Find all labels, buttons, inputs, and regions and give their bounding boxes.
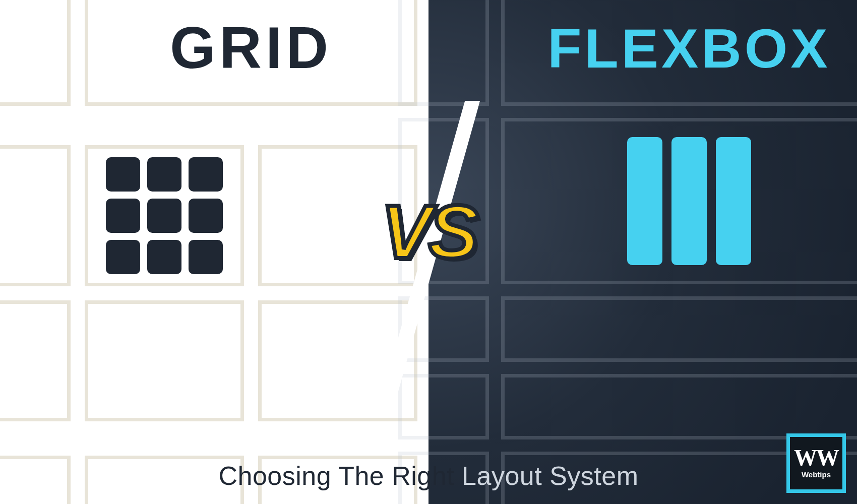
grid-title-cell: GRID bbox=[85, 0, 417, 106]
flex-wire-cell bbox=[398, 0, 489, 106]
flex-title-cell: FLEXBOX bbox=[501, 0, 857, 106]
flex-wire-cell bbox=[501, 374, 857, 439]
logo-name: Webtips bbox=[802, 470, 831, 479]
subtitle: Choosing The Right Layout System bbox=[0, 461, 857, 491]
grid-wire-cell bbox=[0, 145, 71, 286]
grid-wire-cell bbox=[0, 300, 71, 421]
flex-title: FLEXBOX bbox=[547, 16, 831, 80]
logo-mark: WW bbox=[794, 448, 838, 468]
subtitle-right: Layout System bbox=[462, 461, 638, 490]
grid-wire-cell bbox=[0, 0, 71, 106]
flex-wire-cell bbox=[398, 374, 489, 439]
flex-wire-cell bbox=[501, 296, 857, 362]
grid-panel: GRID bbox=[0, 0, 428, 504]
flex-icon-cell bbox=[501, 118, 857, 284]
grid-icon-cell bbox=[85, 145, 244, 286]
grid-icon bbox=[106, 157, 223, 274]
flexbox-icon bbox=[627, 137, 751, 265]
grid-title: GRID bbox=[170, 14, 332, 82]
flexbox-panel: FLEXBOX bbox=[428, 0, 857, 504]
vs-badge: VS bbox=[381, 202, 476, 262]
grid-wire-cell bbox=[85, 300, 244, 421]
webtips-logo: WW Webtips bbox=[786, 433, 846, 493]
subtitle-left: Choosing The Right bbox=[218, 461, 462, 490]
